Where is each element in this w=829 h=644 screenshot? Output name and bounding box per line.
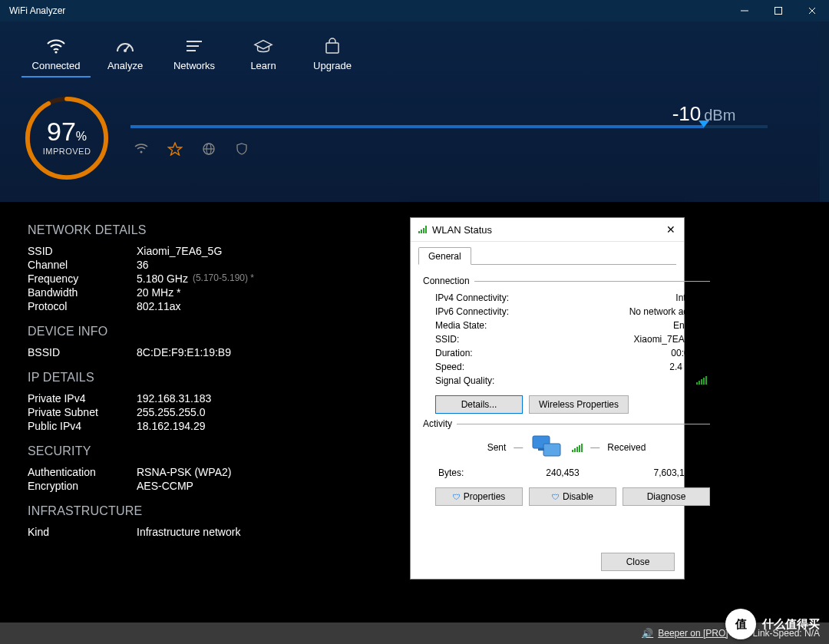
- activity-heading: Activity: [423, 418, 452, 429]
- pubip4-value: 18.162.194.29: [137, 420, 206, 432]
- connection-heading: Connection: [423, 276, 470, 286]
- meter-marker-icon: [699, 121, 709, 127]
- svg-point-6: [124, 49, 127, 52]
- nav-label: Networks: [173, 60, 215, 71]
- recv-label: Received: [607, 442, 646, 453]
- ipv6-label: IPv6 Connectivity:: [435, 306, 509, 317]
- properties-button[interactable]: 🛡Properties: [435, 487, 523, 506]
- disable-button[interactable]: 🛡Disable: [529, 487, 616, 506]
- psub-value: 255.255.255.0: [137, 406, 206, 418]
- close-button[interactable]: [795, 0, 829, 21]
- minimize-button[interactable]: [728, 0, 761, 21]
- top-nav: Connected Analyze Networks Learn Upgrade: [0, 21, 829, 79]
- nav-networks[interactable]: Networks: [160, 24, 229, 78]
- svg-rect-20: [421, 230, 422, 233]
- close-dialog-button[interactable]: Close: [601, 553, 675, 571]
- quality-gauge: 97% IMPROVED: [21, 93, 112, 183]
- svg-rect-24: [543, 444, 560, 456]
- freq-label: Frequency: [28, 272, 137, 285]
- ssid-label: SSID: [28, 245, 137, 257]
- channel-value: 36: [137, 259, 149, 271]
- speed-label: Speed:: [435, 362, 464, 372]
- psub-label: Private Subnet: [28, 406, 137, 418]
- sound-icon: 🔊: [642, 628, 653, 639]
- enc-value: AES-CCMP: [137, 480, 193, 492]
- svg-marker-15: [168, 143, 181, 155]
- proto-value: 802.11ax: [137, 300, 181, 312]
- monitor-icon: [530, 434, 564, 461]
- graduation-icon: [253, 37, 273, 55]
- details-button[interactable]: Details...: [435, 395, 523, 414]
- kind-label: Kind: [28, 526, 137, 538]
- pip4-value: 192.168.31.183: [137, 392, 211, 405]
- dur-label: Duration:: [435, 348, 473, 358]
- bssid-label: BSSID: [28, 346, 137, 358]
- nav-upgrade[interactable]: Upgrade: [298, 24, 367, 78]
- svg-rect-11: [326, 43, 339, 53]
- dlg-ssid-label: SSID:: [435, 334, 459, 345]
- bw-label: Bandwidth: [28, 286, 137, 299]
- window-title: WiFi Analyzer: [0, 5, 728, 16]
- dur-value: 00:01:42: [671, 348, 707, 358]
- pubip4-label: Public IPv4: [28, 420, 137, 432]
- globe-icon[interactable]: [201, 142, 216, 156]
- signal-meter: -10dBm: [130, 125, 768, 128]
- dialog-close-button[interactable]: ✕: [661, 221, 681, 238]
- list-icon: [184, 37, 204, 55]
- bytes-recv: 7,603,197: [618, 467, 695, 478]
- maximize-button[interactable]: [761, 0, 795, 21]
- svg-rect-22: [425, 226, 427, 233]
- ipv4-label: IPv4 Connectivity:: [435, 292, 509, 303]
- bssid-value: 8C:DE:F9:E1:19:B9: [137, 346, 231, 358]
- bag-icon: [322, 37, 342, 55]
- freq-range: (5.170-5.190) *: [188, 272, 254, 285]
- star-icon[interactable]: [167, 142, 183, 156]
- kind-value: Infrastructure network: [137, 526, 240, 538]
- nav-label: Upgrade: [313, 60, 352, 71]
- wireless-props-button[interactable]: Wireless Properties: [529, 395, 629, 414]
- ssid-value: Xiaomi_7EA6_5G: [137, 245, 222, 257]
- shield-icon: 🛡: [552, 493, 560, 501]
- svg-rect-25: [538, 448, 544, 451]
- status-link: ◐ Link-Speed: N/A: [741, 628, 820, 639]
- nav-connected[interactable]: Connected: [21, 24, 91, 78]
- ipv4-value: Internet: [675, 292, 707, 303]
- bytes-sent: 240,453: [503, 467, 580, 478]
- dialog-titlebar: WLAN Status ✕: [411, 218, 684, 242]
- status-bar: 🔊 Beeper on [PRO] ◐ Link-Speed: N/A: [0, 623, 829, 644]
- svg-point-14: [140, 151, 143, 154]
- svg-rect-19: [418, 231, 420, 233]
- nav-learn[interactable]: Learn: [229, 24, 298, 78]
- gauge-icon: [115, 37, 135, 55]
- activity-bars-icon: [572, 443, 583, 452]
- gauge-value: 97: [47, 117, 76, 146]
- media-value: Enabled: [673, 320, 707, 331]
- shield-icon[interactable]: [235, 142, 249, 156]
- enc-label: Encryption: [28, 480, 137, 492]
- shield-icon: 🛡: [453, 493, 461, 501]
- freq-value: 5.180 GHz: [137, 272, 188, 285]
- summary-band: 97% IMPROVED -10dBm: [0, 79, 829, 202]
- status-beeper[interactable]: 🔊 Beeper on [PRO]: [642, 628, 728, 639]
- connection-icon[interactable]: [134, 142, 149, 156]
- ipv6-value: No network access: [629, 306, 707, 317]
- svg-rect-1: [775, 8, 782, 15]
- diagnose-button[interactable]: Diagnose: [623, 487, 710, 506]
- signal-icon: [418, 225, 428, 234]
- nav-label: Analyze: [107, 60, 143, 71]
- tab-general[interactable]: General: [418, 247, 471, 265]
- window-titlebar: WiFi Analyzer: [0, 0, 829, 21]
- dlg-ssid-value: Xiaomi_7EA6_5G: [634, 334, 707, 345]
- signal-bars-icon: [696, 375, 707, 385]
- auth-label: Authentication: [28, 466, 137, 478]
- dialog-title: WLAN Status: [432, 224, 661, 236]
- auth-value: RSNA-PSK (WPA2): [137, 466, 231, 478]
- nav-analyze[interactable]: Analyze: [91, 24, 160, 78]
- media-label: Media State:: [435, 320, 487, 331]
- svg-rect-21: [423, 228, 424, 233]
- gauge-label: IMPROVED: [43, 147, 91, 156]
- nav-label: Connected: [32, 60, 81, 71]
- nav-label: Learn: [250, 60, 276, 71]
- wlan-status-dialog: WLAN Status ✕ General Connection IPv4 Co…: [410, 217, 685, 580]
- proto-label: Protocol: [28, 300, 137, 312]
